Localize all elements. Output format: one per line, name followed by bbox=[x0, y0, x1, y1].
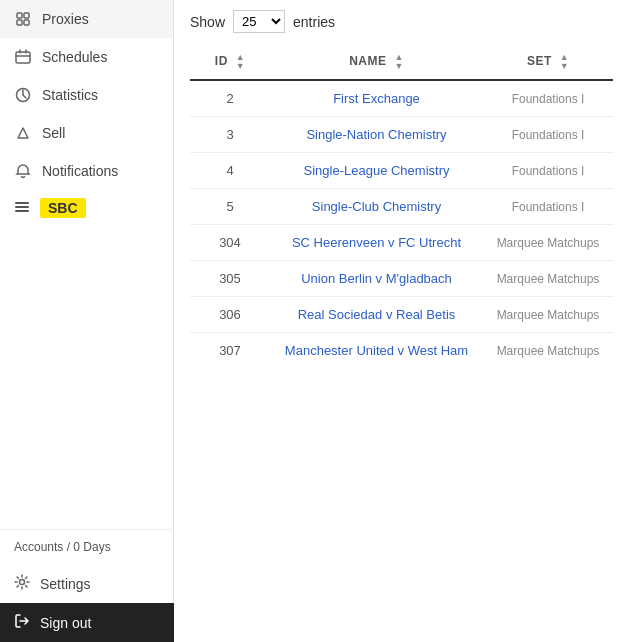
col-name-label: NAME bbox=[349, 54, 386, 68]
signout-label: Sign out bbox=[40, 615, 91, 631]
table-row: 2First ExchangeFoundations I bbox=[190, 80, 613, 117]
sidebar-item-notifications[interactable]: Notifications bbox=[0, 152, 173, 190]
main-content: Show 10 25 50 100 entries ID ▲▼ NAME ▲▼ … bbox=[174, 0, 629, 642]
cell-id: 2 bbox=[190, 80, 270, 117]
sidebar-item-schedules-label: Schedules bbox=[42, 49, 107, 65]
entries-select[interactable]: 10 25 50 100 bbox=[233, 10, 285, 33]
signout-icon bbox=[14, 613, 30, 632]
table-row: 307Manchester United v West HamMarquee M… bbox=[190, 333, 613, 369]
cell-id: 306 bbox=[190, 297, 270, 333]
cell-name[interactable]: Union Berlin v M'gladbach bbox=[270, 261, 483, 297]
sidebar-item-statistics[interactable]: Statistics bbox=[0, 76, 173, 114]
notifications-icon bbox=[14, 162, 32, 180]
table-row: 304SC Heerenveen v FC UtrechtMarquee Mat… bbox=[190, 225, 613, 261]
cell-set: Foundations I bbox=[483, 117, 613, 153]
col-header-set[interactable]: SET ▲▼ bbox=[483, 45, 613, 80]
sbc-table: ID ▲▼ NAME ▲▼ SET ▲▼ 2First ExchangeFoun… bbox=[190, 45, 613, 368]
proxy-icon bbox=[14, 10, 32, 28]
sidebar-item-settings[interactable]: Settings bbox=[0, 564, 174, 603]
settings-label: Settings bbox=[40, 576, 91, 592]
sidebar-item-statistics-label: Statistics bbox=[42, 87, 98, 103]
statistics-icon bbox=[14, 86, 32, 104]
cell-id: 4 bbox=[190, 153, 270, 189]
cell-name[interactable]: Single-Club Chemistry bbox=[270, 189, 483, 225]
svg-rect-1 bbox=[24, 13, 29, 18]
col-id-label: ID bbox=[215, 54, 228, 68]
cell-name[interactable]: Single-Nation Chemistry bbox=[270, 117, 483, 153]
cell-id: 304 bbox=[190, 225, 270, 261]
cell-name[interactable]: SC Heerenveen v FC Utrecht bbox=[270, 225, 483, 261]
sidebar-sbc-label: SBC bbox=[40, 198, 86, 218]
svg-rect-3 bbox=[24, 20, 29, 25]
show-entries-row: Show 10 25 50 100 entries bbox=[190, 10, 613, 33]
cell-id: 5 bbox=[190, 189, 270, 225]
col-header-name[interactable]: NAME ▲▼ bbox=[270, 45, 483, 80]
sidebar-item-proxies-label: Proxies bbox=[42, 11, 89, 27]
sidebar: Proxies Schedules Statistics Sell bbox=[0, 0, 174, 642]
svg-rect-4 bbox=[16, 52, 30, 63]
cell-id: 305 bbox=[190, 261, 270, 297]
svg-rect-7 bbox=[15, 206, 29, 208]
settings-icon bbox=[14, 574, 30, 593]
cell-name[interactable]: Manchester United v West Ham bbox=[270, 333, 483, 369]
table-row: 4Single-League ChemistryFoundations I bbox=[190, 153, 613, 189]
sidebar-footer: Accounts / 0 Days Settings Sign out bbox=[0, 529, 174, 642]
sidebar-item-sell[interactable]: Sell bbox=[0, 114, 173, 152]
sidebar-item-notifications-label: Notifications bbox=[42, 163, 118, 179]
svg-rect-6 bbox=[15, 202, 29, 204]
schedules-icon bbox=[14, 48, 32, 66]
set-sort-icon[interactable]: ▲▼ bbox=[560, 53, 569, 71]
svg-rect-0 bbox=[17, 13, 22, 18]
svg-rect-2 bbox=[17, 20, 22, 25]
svg-rect-8 bbox=[15, 210, 29, 212]
cell-set: Marquee Matchups bbox=[483, 297, 613, 333]
id-sort-icon[interactable]: ▲▼ bbox=[236, 53, 245, 71]
table-row: 305Union Berlin v M'gladbachMarquee Matc… bbox=[190, 261, 613, 297]
table-row: 3Single-Nation ChemistryFoundations I bbox=[190, 117, 613, 153]
cell-name[interactable]: Single-League Chemistry bbox=[270, 153, 483, 189]
table-row: 306Real Sociedad v Real BetisMarquee Mat… bbox=[190, 297, 613, 333]
sidebar-item-schedules[interactable]: Schedules bbox=[0, 38, 173, 76]
cell-id: 307 bbox=[190, 333, 270, 369]
cell-set: Marquee Matchups bbox=[483, 261, 613, 297]
cell-name[interactable]: First Exchange bbox=[270, 80, 483, 117]
col-set-label: SET bbox=[527, 54, 552, 68]
sidebar-item-sell-label: Sell bbox=[42, 125, 65, 141]
cell-set: Foundations I bbox=[483, 153, 613, 189]
name-sort-icon[interactable]: ▲▼ bbox=[394, 53, 403, 71]
sidebar-item-proxies[interactable]: Proxies bbox=[0, 0, 173, 38]
table-row: 5Single-Club ChemistryFoundations I bbox=[190, 189, 613, 225]
accounts-label: Accounts / 0 Days bbox=[14, 540, 111, 554]
cell-set: Marquee Matchups bbox=[483, 333, 613, 369]
cell-set: Marquee Matchups bbox=[483, 225, 613, 261]
table-header-row: ID ▲▼ NAME ▲▼ SET ▲▼ bbox=[190, 45, 613, 80]
cell-id: 3 bbox=[190, 117, 270, 153]
accounts-status: Accounts / 0 Days bbox=[0, 529, 174, 564]
svg-point-9 bbox=[20, 580, 25, 585]
show-label: Show bbox=[190, 14, 225, 30]
sbc-icon bbox=[14, 199, 30, 218]
sidebar-item-sbc[interactable]: SBC bbox=[0, 190, 173, 226]
cell-set: Foundations I bbox=[483, 189, 613, 225]
sidebar-item-signout[interactable]: Sign out bbox=[0, 603, 174, 642]
sell-icon bbox=[14, 124, 32, 142]
col-header-id[interactable]: ID ▲▼ bbox=[190, 45, 270, 80]
cell-name[interactable]: Real Sociedad v Real Betis bbox=[270, 297, 483, 333]
entries-label: entries bbox=[293, 14, 335, 30]
cell-set: Foundations I bbox=[483, 80, 613, 117]
